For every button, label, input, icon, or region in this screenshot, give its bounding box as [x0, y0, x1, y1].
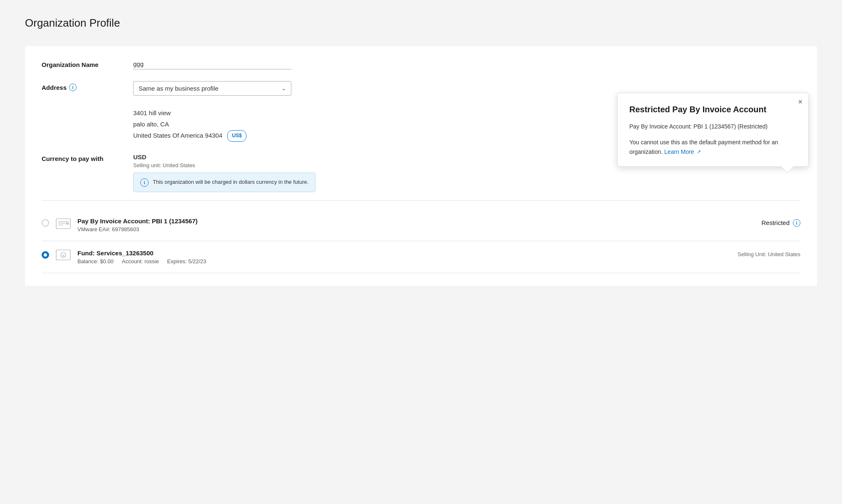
- radio-fund[interactable]: [42, 251, 49, 259]
- restricted-label: Restricted: [761, 219, 790, 226]
- info-box-text: This organization will be charged in dol…: [153, 178, 308, 186]
- address-dropdown[interactable]: Same as my business profile ⌄: [133, 81, 291, 96]
- payment-item-fund: $ Fund: Services_13263500 Balance: $0.00…: [42, 241, 800, 273]
- fund-name: Fund: Services_13263500: [77, 250, 738, 257]
- currency-info-box: i This organization will be charged in d…: [133, 173, 315, 192]
- org-name-label: Organization Name: [42, 59, 133, 68]
- organization-profile-form: Organization Name Address i Same as my b…: [25, 46, 817, 286]
- learn-more-link[interactable]: Learn More ↗: [664, 148, 700, 155]
- pbi-name: Pay By Invoice Account: PBI 1 (1234567): [77, 217, 738, 225]
- fund-info: Fund: Services_13263500 Balance: $0.00 A…: [77, 250, 738, 264]
- external-link-icon: ↗: [697, 148, 701, 156]
- fund-expires: Expires: 5/22/23: [167, 258, 206, 264]
- fund-selling-unit-text: Selling Unit: United States: [738, 251, 800, 257]
- org-name-input[interactable]: [133, 59, 291, 69]
- popup-account-detail: Pay By Invoice Account: PBI 1 (1234567) …: [629, 122, 797, 131]
- payment-item-pbi: Pay By Invoice Account: PBI 1 (1234567) …: [42, 209, 800, 241]
- info-box-icon: i: [140, 178, 149, 187]
- pbi-status: Restricted i: [738, 217, 800, 227]
- currency-value-block: USD Selling unit: United States i This o…: [133, 153, 315, 192]
- svg-text:$: $: [62, 254, 65, 257]
- fund-meta: Balance: $0.00 Account: rossie Expires: …: [77, 258, 738, 264]
- chevron-down-icon: ⌄: [281, 85, 286, 91]
- invoice-icon: [56, 218, 71, 229]
- address-label: Address i: [42, 81, 133, 91]
- org-name-control: [133, 59, 800, 69]
- page-title: Organization Profile: [25, 17, 817, 30]
- org-name-row: Organization Name: [42, 59, 800, 69]
- fund-selling-unit: Selling Unit: United States: [738, 250, 800, 257]
- divider: [42, 200, 800, 201]
- restricted-popup: × Restricted Pay By Invoice Account Pay …: [617, 93, 809, 167]
- radio-pbi[interactable]: [42, 219, 49, 227]
- selling-unit-text: Selling unit: United States: [133, 162, 315, 168]
- currency-badge: US$: [227, 130, 246, 142]
- popup-card: × Restricted Pay By Invoice Account Pay …: [617, 93, 809, 167]
- popup-title: Restricted Pay By Invoice Account: [629, 105, 797, 114]
- currency-label: Currency to pay with: [42, 153, 133, 162]
- currency-value: USD: [133, 153, 315, 161]
- restricted-info-icon[interactable]: i: [793, 219, 800, 227]
- pbi-info: Pay By Invoice Account: PBI 1 (1234567) …: [77, 217, 738, 232]
- payment-methods-list: Pay By Invoice Account: PBI 1 (1234567) …: [42, 209, 800, 273]
- popup-description: You cannot use this as the default payme…: [629, 138, 797, 156]
- fund-balance: Balance: $0.00: [77, 258, 114, 264]
- popup-close-button[interactable]: ×: [798, 98, 802, 106]
- fund-icon: $: [56, 250, 71, 260]
- fund-account: Account: rossie: [122, 258, 159, 264]
- address-info-icon[interactable]: i: [69, 84, 77, 91]
- pbi-ea: VMware EA#: 697985603: [77, 226, 738, 232]
- svg-rect-4: [66, 222, 69, 225]
